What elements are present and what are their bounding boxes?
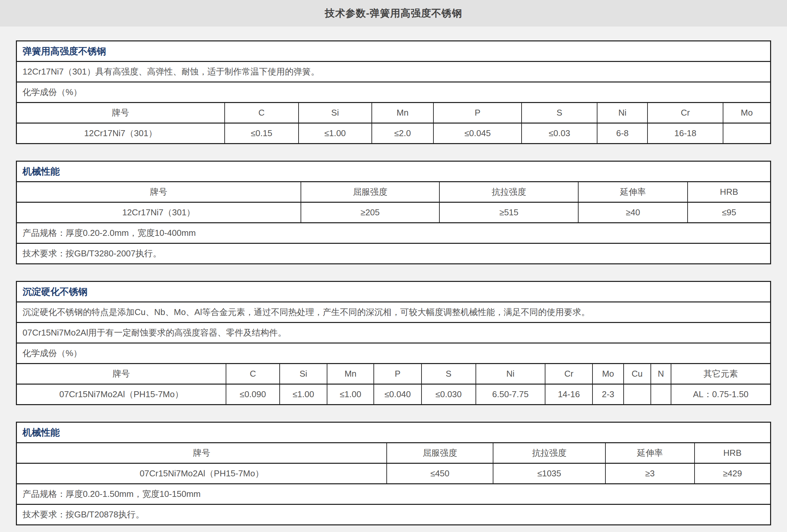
section-text: 技术要求：按GB/T20878执行。 [17, 505, 771, 525]
column-header-cell: 延伸率 [605, 443, 695, 463]
section-heading: 机械性能 [17, 161, 771, 182]
column-header-cell: 牌号 [17, 182, 301, 202]
column-header-cell: Ni [597, 103, 647, 123]
table-cell: AL：0.75-1.50 [671, 384, 771, 405]
section-text-row: 12Cr17Ni7（301）具有高强度、高弹性、耐蚀，适于制作常温下使用的弹簧。 [17, 62, 771, 82]
section-text-row: 技术要求：按GB/T3280-2007执行。 [17, 243, 771, 264]
page-header: 技术参数-弹簧用高强度不锈钢 [0, 0, 787, 26]
section-heading: 弹簧用高强度不锈钢 [17, 41, 771, 62]
column-header-cell: Mo [723, 103, 770, 123]
column-header-cell: 延伸率 [578, 182, 687, 202]
table-cell [651, 384, 671, 405]
column-header-cell: Mn [327, 364, 374, 384]
column-header-cell: Si [280, 364, 327, 384]
table-cell: ≤1035 [493, 463, 605, 484]
column-header-cell: C [226, 364, 280, 384]
column-header-cell: 牌号 [17, 364, 226, 384]
column-header-cell: Cr [545, 364, 593, 384]
table-cell [624, 384, 651, 405]
column-header-row: 牌号CSiMnPSNiCrMoCuN其它元素 [17, 364, 771, 384]
section-text: 产品规格：厚度0.20-2.0mm，宽度10-400mm [17, 223, 771, 243]
table-cell: ≤1.00 [299, 123, 372, 144]
table-cell: ≤0.040 [374, 384, 421, 405]
table-cell: 6.50-7.75 [476, 384, 545, 405]
table-row: 07Cr15Ni7Mo2Al（PH15-7Mo）≤450≤1035≥3≥429 [17, 463, 771, 484]
table-cell: ≤0.030 [422, 384, 476, 405]
column-header-cell: N [651, 364, 671, 384]
table-cell: 2-3 [593, 384, 623, 405]
table-cell: ≤0.15 [225, 123, 299, 144]
table-cell: ≤0.090 [226, 384, 280, 405]
section-text: 沉淀硬化不锈钢的特点是添加Cu、Nb、Mo、Al等合金元素，通过不同热处理，产生… [17, 302, 771, 323]
column-header-cell: 抗拉强度 [440, 182, 578, 202]
table-cell: ≤1.00 [280, 384, 327, 405]
column-header-cell: Si [299, 103, 372, 123]
section-text: 化学成份（%） [17, 343, 771, 364]
column-header-row: 牌号屈服强度抗拉强度延伸率HRB [17, 182, 771, 202]
sections-container: 弹簧用高强度不锈钢12Cr17Ni7（301）具有高强度、高弹性、耐蚀，适于制作… [16, 40, 771, 525]
column-header-cell: 抗拉强度 [493, 443, 605, 463]
content: 弹簧用高强度不锈钢12Cr17Ni7（301）具有高强度、高弹性、耐蚀，适于制作… [0, 26, 787, 532]
column-header-cell: Cu [624, 364, 651, 384]
section-heading-row: 沉淀硬化不锈钢 [17, 282, 771, 302]
section-heading-row: 弹簧用高强度不锈钢 [17, 41, 771, 62]
table-cell [723, 123, 770, 144]
section-table: 弹簧用高强度不锈钢12Cr17Ni7（301）具有高强度、高弹性、耐蚀，适于制作… [16, 40, 771, 144]
column-header-cell: S [522, 103, 597, 123]
table-cell: 12Cr17Ni7（301） [17, 123, 225, 144]
table-row: 07Cr15Ni7Mo2Al（PH15-7Mo）≤0.090≤1.00≤1.00… [17, 384, 771, 405]
section-table: 机械性能牌号屈服强度抗拉强度延伸率HRB12Cr17Ni7（301）≥205≥5… [16, 161, 771, 264]
section-text: 12Cr17Ni7（301）具有高强度、高弹性、耐蚀，适于制作常温下使用的弹簧。 [17, 62, 771, 82]
section-text-row: 07Cr15Ni7Mo2Al用于有一定耐蚀要求的高强度容器、零件及结构件。 [17, 323, 771, 343]
section-text-row: 技术要求：按GB/T20878执行。 [17, 505, 771, 525]
section-table: 机械性能牌号屈服强度抗拉强度延伸率HRB07Cr15Ni7Mo2Al（PH15-… [16, 422, 771, 525]
table-cell: 14-16 [545, 384, 593, 405]
table-cell: ≥205 [301, 202, 440, 223]
column-header-cell: S [422, 364, 476, 384]
table-cell: 07Cr15Ni7Mo2Al（PH15-7Mo） [17, 384, 226, 405]
table-cell: 12Cr17Ni7（301） [17, 202, 301, 223]
column-header-cell: 屈服强度 [301, 182, 440, 202]
section-text-row: 产品规格：厚度0.20-2.0mm，宽度10-400mm [17, 223, 771, 243]
table-cell: ≤0.03 [522, 123, 597, 144]
page-title: 技术参数-弹簧用高强度不锈钢 [325, 7, 462, 20]
table-cell: ≤1.00 [327, 384, 374, 405]
column-header-cell: 牌号 [17, 103, 225, 123]
table-cell: ≥3 [605, 463, 695, 484]
section-text: 技术要求：按GB/T3280-2007执行。 [17, 243, 771, 264]
table-cell: 6-8 [597, 123, 647, 144]
table-cell: 16-18 [647, 123, 723, 144]
column-header-row: 牌号屈服强度抗拉强度延伸率HRB [17, 443, 771, 463]
section-heading: 机械性能 [17, 422, 771, 443]
section-text: 化学成份（%） [17, 82, 771, 103]
table-cell: ≥429 [695, 463, 771, 484]
column-header-cell: Mo [593, 364, 623, 384]
section-text-row: 沉淀硬化不锈钢的特点是添加Cu、Nb、Mo、Al等合金元素，通过不同热处理，产生… [17, 302, 771, 323]
column-header-cell: 其它元素 [671, 364, 771, 384]
section-heading: 沉淀硬化不锈钢 [17, 282, 771, 302]
table-cell: ≤0.045 [433, 123, 522, 144]
table-cell: ≤95 [687, 202, 770, 223]
column-header-cell: P [433, 103, 522, 123]
table-row: 12Cr17Ni7（301）≥205≥515≥40≤95 [17, 202, 771, 223]
column-header-cell: P [374, 364, 421, 384]
column-header-cell: C [225, 103, 299, 123]
column-header-cell: 牌号 [17, 443, 387, 463]
column-header-cell: Ni [476, 364, 545, 384]
section-heading-row: 机械性能 [17, 161, 771, 182]
table-cell: ≥515 [440, 202, 578, 223]
section-text: 07Cr15Ni7Mo2Al用于有一定耐蚀要求的高强度容器、零件及结构件。 [17, 323, 771, 343]
section-text-row: 化学成份（%） [17, 343, 771, 364]
table-cell: ≥40 [578, 202, 687, 223]
table-cell: ≤2.0 [372, 123, 434, 144]
section-text: 产品规格：厚度0.20-1.50mm，宽度10-150mm [17, 484, 771, 505]
table-cell: ≤450 [387, 463, 493, 484]
section-text-row: 产品规格：厚度0.20-1.50mm，宽度10-150mm [17, 484, 771, 505]
column-header-cell: HRB [695, 443, 771, 463]
column-header-cell: Cr [647, 103, 723, 123]
section-text-row: 化学成份（%） [17, 82, 771, 103]
column-header-cell: Mn [372, 103, 434, 123]
column-header-cell: 屈服强度 [387, 443, 493, 463]
column-header-cell: HRB [687, 182, 770, 202]
table-cell: 07Cr15Ni7Mo2Al（PH15-7Mo） [17, 463, 387, 484]
